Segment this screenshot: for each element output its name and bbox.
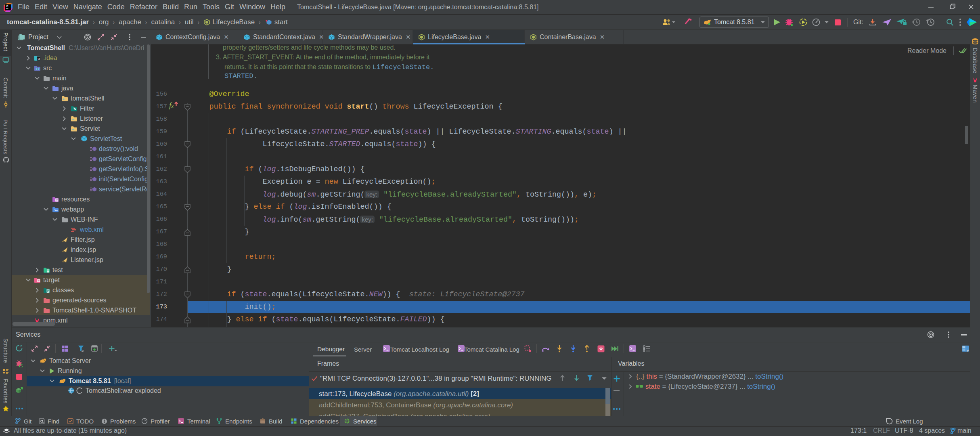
svg-text:IJ: IJ [6, 5, 8, 8]
